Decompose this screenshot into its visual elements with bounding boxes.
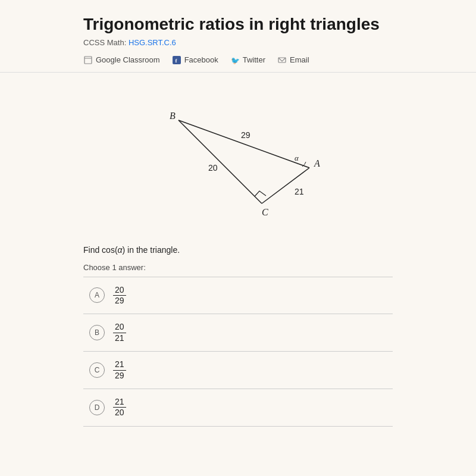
header: Trigonometric ratios in right triangles …: [0, 0, 476, 73]
answer-fraction-a: 20 29: [113, 286, 126, 306]
answer-fraction-d: 21 20: [113, 397, 126, 418]
content: B A C 29 20 21 α Find cos(α) in the tria…: [0, 73, 476, 444]
share-google-classroom[interactable]: Google Classroom: [83, 55, 160, 65]
ccss-line: CCSS Math: HSG.SRT.C.6: [83, 38, 393, 47]
twitter-label: Twitter: [243, 55, 265, 64]
answer-option-d[interactable]: D 21 20: [83, 389, 393, 427]
answer-circle-b: B: [89, 325, 105, 340]
email-label: Email: [290, 55, 309, 64]
answers-container: A 20 29 B 20 21 C 21 29: [83, 277, 393, 427]
share-email[interactable]: Email: [277, 55, 309, 65]
answer-fraction-c: 21 29: [113, 360, 126, 380]
svg-rect-0: [84, 57, 92, 64]
alpha-symbol: α: [118, 245, 123, 255]
email-icon: [277, 55, 287, 65]
facebook-label: Facebook: [184, 55, 218, 64]
numerator-b: 20: [113, 322, 126, 333]
denominator-c: 29: [113, 371, 126, 380]
twitter-icon: 🐦: [230, 55, 240, 65]
denominator-d: 20: [113, 408, 126, 417]
answer-option-c[interactable]: C 21 29: [83, 352, 393, 389]
triangle-svg: B A C 29 20 21 α: [143, 96, 333, 227]
google-classroom-label: Google Classroom: [96, 55, 160, 64]
vertex-c-label: C: [262, 207, 268, 217]
numerator-c: 21: [113, 360, 126, 370]
question-text: Find cos(α) in the triangle.: [83, 245, 393, 255]
ccss-prefix: CCSS Math:: [83, 38, 126, 47]
google-classroom-icon: [83, 55, 93, 65]
share-twitter[interactable]: 🐦 Twitter: [230, 55, 265, 65]
answer-circle-c: C: [89, 362, 105, 378]
side-right-label: 21: [295, 187, 304, 196]
answer-circle-a: A: [89, 287, 105, 303]
numerator-a: 20: [113, 286, 126, 296]
svg-line-7: [262, 168, 309, 203]
numerator-d: 21: [113, 397, 126, 408]
page: Trigonometric ratios in right triangles …: [0, 0, 476, 476]
share-facebook[interactable]: f Facebook: [172, 55, 218, 65]
answer-circle-d: D: [89, 400, 105, 415]
vertex-b-label: B: [170, 111, 176, 121]
ccss-link[interactable]: HSG.SRT.C.6: [129, 38, 176, 47]
denominator-a: 29: [113, 296, 126, 305]
facebook-icon: f: [172, 55, 181, 65]
share-bar: Google Classroom f Facebook 🐦 Twitter: [83, 53, 393, 65]
triangle-container: B A C 29 20 21 α: [83, 96, 393, 227]
denominator-b: 21: [113, 333, 126, 343]
answer-fraction-b: 20 21: [113, 322, 126, 343]
answer-option-a[interactable]: A 20 29: [83, 277, 393, 315]
svg-text:🐦: 🐦: [231, 56, 239, 64]
svg-line-6: [178, 120, 309, 168]
answer-option-b[interactable]: B 20 21: [83, 314, 393, 352]
angle-alpha-label: α: [295, 154, 299, 162]
vertex-a-label: A: [314, 158, 320, 168]
choose-label: Choose 1 answer:: [83, 263, 393, 272]
side-left-label: 20: [208, 163, 218, 173]
side-top-label: 29: [241, 130, 250, 140]
page-title: Trigonometric ratios in right triangles: [83, 14, 393, 35]
